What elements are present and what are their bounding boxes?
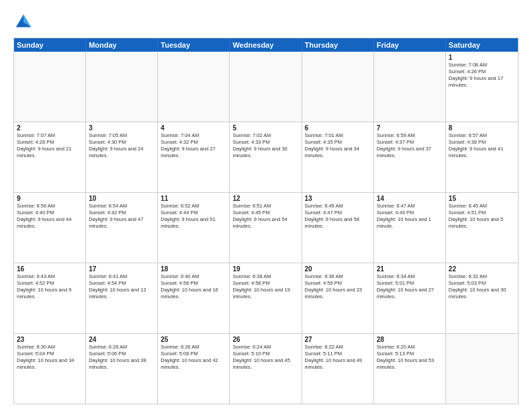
day-info-2: Sunrise: 7:07 AM Sunset: 4:28 PM Dayligh…	[17, 132, 83, 160]
day-cell-18: 18Sunrise: 6:40 AM Sunset: 4:56 PM Dayli…	[158, 263, 230, 333]
day-info-26: Sunrise: 6:24 AM Sunset: 5:10 PM Dayligh…	[232, 344, 298, 371]
day-info-16: Sunrise: 6:43 AM Sunset: 4:52 PM Dayligh…	[17, 273, 83, 301]
day-number-7: 7	[377, 124, 443, 132]
day-info-9: Sunrise: 6:56 AM Sunset: 4:40 PM Dayligh…	[17, 203, 83, 230]
day-number-1: 1	[449, 54, 515, 61]
day-number-26: 26	[232, 336, 298, 343]
day-info-24: Sunrise: 6:28 AM Sunset: 5:06 PM Dayligh…	[89, 344, 154, 371]
day-cell-4: 4Sunrise: 7:04 AM Sunset: 4:32 PM Daylig…	[158, 122, 230, 192]
day-info-1: Sunrise: 7:08 AM Sunset: 4:26 PM Dayligh…	[449, 62, 515, 89]
day-cell-11: 11Sunrise: 6:52 AM Sunset: 4:44 PM Dayli…	[158, 193, 230, 263]
day-number-9: 9	[17, 195, 83, 202]
day-info-27: Sunrise: 6:22 AM Sunset: 5:11 PM Dayligh…	[305, 344, 371, 371]
day-info-21: Sunrise: 6:34 AM Sunset: 5:01 PM Dayligh…	[377, 273, 443, 301]
day-number-10: 10	[89, 195, 154, 202]
day-number-8: 8	[449, 124, 515, 132]
day-cell-2: 2Sunrise: 7:07 AM Sunset: 4:28 PM Daylig…	[14, 122, 86, 192]
day-cell-14: 14Sunrise: 6:47 AM Sunset: 4:49 PM Dayli…	[374, 193, 446, 263]
day-number-20: 20	[305, 265, 371, 273]
day-cell-19: 19Sunrise: 6:38 AM Sunset: 4:58 PM Dayli…	[230, 263, 302, 333]
day-number-15: 15	[449, 195, 515, 202]
day-cell-3: 3Sunrise: 7:05 AM Sunset: 4:30 PM Daylig…	[86, 122, 158, 192]
day-cell-16: 16Sunrise: 6:43 AM Sunset: 4:52 PM Dayli…	[14, 263, 86, 333]
day-cell-empty	[86, 52, 158, 122]
day-cell-9: 9Sunrise: 6:56 AM Sunset: 4:40 PM Daylig…	[14, 193, 86, 263]
day-info-18: Sunrise: 6:40 AM Sunset: 4:56 PM Dayligh…	[161, 273, 226, 301]
day-cell-5: 5Sunrise: 7:02 AM Sunset: 4:33 PM Daylig…	[230, 122, 302, 192]
day-info-7: Sunrise: 6:59 AM Sunset: 4:37 PM Dayligh…	[377, 132, 443, 160]
header	[13, 12, 519, 32]
day-cell-20: 20Sunrise: 6:36 AM Sunset: 4:59 PM Dayli…	[302, 263, 374, 333]
day-number-23: 23	[17, 336, 83, 343]
day-number-13: 13	[305, 195, 371, 202]
day-cell-empty	[374, 52, 446, 122]
calendar-row-2: 9Sunrise: 6:56 AM Sunset: 4:40 PM Daylig…	[14, 192, 518, 263]
day-cell-1: 1Sunrise: 7:08 AM Sunset: 4:26 PM Daylig…	[446, 52, 518, 122]
day-number-17: 17	[89, 265, 154, 273]
weekday-header-tuesday: Tuesday	[158, 38, 230, 52]
day-cell-23: 23Sunrise: 6:30 AM Sunset: 5:04 PM Dayli…	[14, 334, 86, 404]
day-cell-8: 8Sunrise: 6:57 AM Sunset: 4:38 PM Daylig…	[446, 122, 518, 192]
day-info-28: Sunrise: 6:20 AM Sunset: 5:13 PM Dayligh…	[377, 344, 443, 371]
day-info-4: Sunrise: 7:04 AM Sunset: 4:32 PM Dayligh…	[161, 132, 226, 160]
day-cell-13: 13Sunrise: 6:49 AM Sunset: 4:47 PM Dayli…	[302, 193, 374, 263]
day-info-22: Sunrise: 6:32 AM Sunset: 5:03 PM Dayligh…	[449, 273, 515, 301]
day-info-13: Sunrise: 6:49 AM Sunset: 4:47 PM Dayligh…	[305, 203, 371, 230]
weekday-header-saturday: Saturday	[446, 38, 518, 52]
day-cell-24: 24Sunrise: 6:28 AM Sunset: 5:06 PM Dayli…	[86, 334, 158, 404]
day-cell-6: 6Sunrise: 7:01 AM Sunset: 4:35 PM Daylig…	[302, 122, 374, 192]
calendar-row-1: 2Sunrise: 7:07 AM Sunset: 4:28 PM Daylig…	[14, 122, 518, 192]
day-cell-27: 27Sunrise: 6:22 AM Sunset: 5:11 PM Dayli…	[302, 334, 374, 404]
day-number-12: 12	[232, 195, 298, 202]
day-number-22: 22	[449, 265, 515, 273]
day-cell-empty	[14, 52, 86, 122]
day-info-15: Sunrise: 6:45 AM Sunset: 4:51 PM Dayligh…	[449, 203, 515, 230]
weekday-header-thursday: Thursday	[302, 38, 374, 52]
day-info-5: Sunrise: 7:02 AM Sunset: 4:33 PM Dayligh…	[232, 132, 298, 160]
day-cell-21: 21Sunrise: 6:34 AM Sunset: 5:01 PM Dayli…	[374, 263, 446, 333]
logo-icon	[13, 12, 34, 32]
day-info-14: Sunrise: 6:47 AM Sunset: 4:49 PM Dayligh…	[377, 203, 443, 230]
day-number-14: 14	[377, 195, 443, 202]
day-cell-17: 17Sunrise: 6:41 AM Sunset: 4:54 PM Dayli…	[86, 263, 158, 333]
calendar: SundayMondayTuesdayWednesdayThursdayFrid…	[13, 38, 519, 404]
day-cell-28: 28Sunrise: 6:20 AM Sunset: 5:13 PM Dayli…	[374, 334, 446, 404]
day-cell-empty	[158, 52, 230, 122]
calendar-row-4: 23Sunrise: 6:30 AM Sunset: 5:04 PM Dayli…	[14, 333, 518, 404]
day-info-25: Sunrise: 6:26 AM Sunset: 5:08 PM Dayligh…	[161, 344, 226, 371]
day-cell-15: 15Sunrise: 6:45 AM Sunset: 4:51 PM Dayli…	[446, 193, 518, 263]
day-info-3: Sunrise: 7:05 AM Sunset: 4:30 PM Dayligh…	[89, 132, 154, 160]
day-number-19: 19	[232, 265, 298, 273]
weekday-header-friday: Friday	[374, 38, 446, 52]
day-info-19: Sunrise: 6:38 AM Sunset: 4:58 PM Dayligh…	[232, 273, 298, 301]
day-info-20: Sunrise: 6:36 AM Sunset: 4:59 PM Dayligh…	[305, 273, 371, 301]
day-number-11: 11	[161, 195, 226, 202]
day-number-4: 4	[161, 124, 226, 132]
day-number-18: 18	[161, 265, 226, 273]
day-cell-empty	[446, 334, 518, 404]
day-cell-empty	[230, 52, 302, 122]
day-number-27: 27	[305, 336, 371, 343]
day-number-24: 24	[89, 336, 154, 343]
calendar-body: 1Sunrise: 7:08 AM Sunset: 4:26 PM Daylig…	[14, 52, 518, 404]
day-cell-26: 26Sunrise: 6:24 AM Sunset: 5:10 PM Dayli…	[230, 334, 302, 404]
calendar-row-0: 1Sunrise: 7:08 AM Sunset: 4:26 PM Daylig…	[14, 52, 518, 122]
day-number-3: 3	[89, 124, 154, 132]
day-number-6: 6	[305, 124, 371, 132]
day-number-2: 2	[17, 124, 83, 132]
day-number-21: 21	[377, 265, 443, 273]
page: SundayMondayTuesdayWednesdayThursdayFrid…	[0, 0, 532, 411]
day-cell-empty	[302, 52, 374, 122]
weekday-header-wednesday: Wednesday	[230, 38, 302, 52]
weekday-header-sunday: Sunday	[14, 38, 86, 52]
day-number-5: 5	[232, 124, 298, 132]
day-number-28: 28	[377, 336, 443, 343]
calendar-row-3: 16Sunrise: 6:43 AM Sunset: 4:52 PM Dayli…	[14, 263, 518, 333]
day-number-25: 25	[161, 336, 226, 343]
logo	[13, 12, 36, 32]
weekday-header-monday: Monday	[86, 38, 158, 52]
day-info-6: Sunrise: 7:01 AM Sunset: 4:35 PM Dayligh…	[305, 132, 371, 160]
day-info-12: Sunrise: 6:51 AM Sunset: 4:45 PM Dayligh…	[232, 203, 298, 230]
day-cell-22: 22Sunrise: 6:32 AM Sunset: 5:03 PM Dayli…	[446, 263, 518, 333]
day-cell-7: 7Sunrise: 6:59 AM Sunset: 4:37 PM Daylig…	[374, 122, 446, 192]
